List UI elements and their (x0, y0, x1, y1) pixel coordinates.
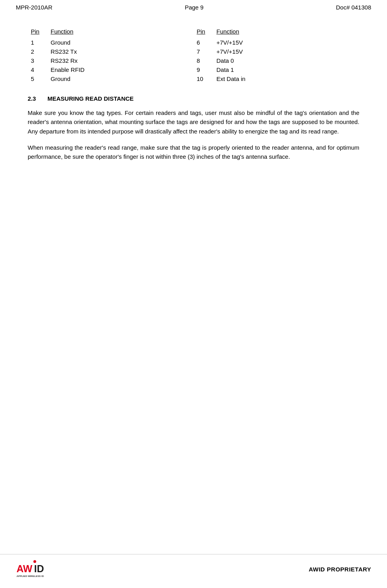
pin-function: Data 0 (213, 56, 360, 65)
footer-proprietary: AWID PROPRIETARY (309, 566, 371, 573)
pin-function: Ext Data in (213, 74, 360, 83)
table-row: 5 Ground (28, 74, 194, 83)
table-row: 10 Ext Data in (194, 74, 360, 83)
pin-number: 7 (194, 47, 213, 56)
awid-logo-svg: AW ID APPLIED WIRELESS ID (16, 558, 47, 580)
svg-text:ID: ID (34, 563, 44, 574)
table-row: 2 RS232 Tx (28, 47, 194, 56)
section-title: MEASURING READ DISTANCE (47, 95, 134, 102)
table-row: 4 Enable RFID (28, 65, 194, 74)
pin-function: +7V/+15V (213, 47, 360, 56)
table-row: 8 Data 0 (194, 56, 360, 65)
table-row: 6 +7V/+15V (194, 38, 360, 47)
pin-number: 8 (194, 56, 213, 65)
left-function-header: Function (47, 26, 194, 38)
pin-number: 9 (194, 65, 213, 74)
pin-number: 5 (28, 74, 47, 83)
section-heading: 2.3 MEASURING READ DISTANCE (28, 95, 359, 102)
pin-table-wrapper: Pin Function 1 Ground 2 RS232 Tx 3 RS232… (28, 26, 359, 83)
header-left: MPR-2010AR (16, 4, 53, 11)
right-pin-header: Pin (194, 26, 213, 38)
right-function-header: Function (213, 26, 360, 38)
pin-table-right: Pin Function 6 +7V/+15V 7 +7V/+15V 8 Dat… (194, 26, 360, 83)
table-row: 1 Ground (28, 38, 194, 47)
pin-function: Enable RFID (47, 65, 194, 74)
pin-number: 1 (28, 38, 47, 47)
page-content: Pin Function 1 Ground 2 RS232 Tx 3 RS232… (0, 15, 387, 208)
svg-text:APPLIED WIRELESS ID: APPLIED WIRELESS ID (17, 575, 44, 577)
table-row: 9 Data 1 (194, 65, 360, 74)
pin-function: RS232 Rx (47, 56, 194, 65)
svg-text:AW: AW (17, 563, 33, 574)
page-header: MPR-2010AR Page 9 Doc# 041308 (0, 0, 387, 15)
right-pin-table: Pin Function 6 +7V/+15V 7 +7V/+15V 8 Dat… (194, 26, 360, 83)
pin-function: +7V/+15V (213, 38, 360, 47)
page-footer: AW ID APPLIED WIRELESS ID AWID PROPRIETA… (0, 554, 387, 588)
paragraph-2: When measuring the reader's read range, … (28, 143, 359, 162)
pin-function: RS232 Tx (47, 47, 194, 56)
pin-number: 6 (194, 38, 213, 47)
pin-function: Ground (47, 74, 194, 83)
pin-number: 10 (194, 74, 213, 83)
svg-point-0 (33, 560, 36, 563)
pin-number: 3 (28, 56, 47, 65)
pin-function: Data 1 (213, 65, 360, 74)
paragraph-1: Make sure you know the tag types. For ce… (28, 108, 359, 136)
header-right: Doc# 041308 (336, 4, 371, 11)
pin-function: Ground (47, 38, 194, 47)
table-row: 7 +7V/+15V (194, 47, 360, 56)
header-center: Page 9 (185, 4, 204, 11)
left-pin-header: Pin (28, 26, 47, 38)
pin-number: 2 (28, 47, 47, 56)
logo-container: AW ID APPLIED WIRELESS ID (16, 558, 47, 580)
pin-number: 4 (28, 65, 47, 74)
left-pin-table: Pin Function 1 Ground 2 RS232 Tx 3 RS232… (28, 26, 194, 83)
table-row: 3 RS232 Rx (28, 56, 194, 65)
pin-table-left: Pin Function 1 Ground 2 RS232 Tx 3 RS232… (28, 26, 194, 83)
section-number: 2.3 (28, 95, 40, 102)
